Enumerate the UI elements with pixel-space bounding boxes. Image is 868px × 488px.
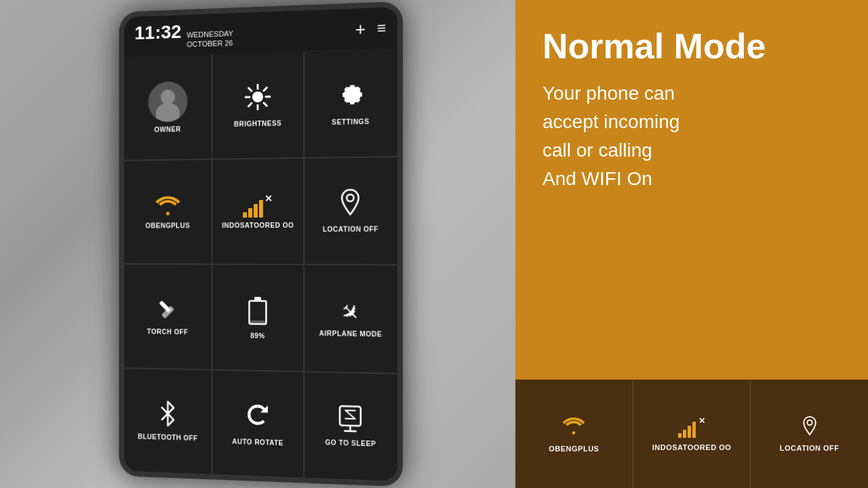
brightness-icon [244, 83, 271, 116]
thumbnail-bar: OBENGPLUS ✕ INDOSATOORED OO [515, 380, 868, 488]
tile-auto-rotate-label: AUTO ROTATE [232, 438, 283, 447]
tile-auto-rotate[interactable]: AUTO ROTATE [213, 370, 303, 477]
date-display: WEDNESDAY OCTOBER 26 [186, 28, 233, 49]
thumb-tile-indosatoored[interactable]: ✕ INDOSATOORED OO [633, 380, 751, 488]
mode-description: Your phone can accept incoming call or c… [542, 79, 841, 193]
info-panel: Normal Mode Your phone can accept incomi… [515, 0, 868, 488]
tile-battery-label: 89% [250, 332, 264, 340]
svg-line-7 [264, 87, 267, 91]
svg-point-18 [807, 420, 812, 425]
tile-owner-label: OWNER [154, 125, 181, 134]
tile-settings-label: SETTINGS [332, 117, 369, 125]
menu-icon[interactable]: ≡ [377, 19, 386, 37]
tile-bluetooth-label: BLUETOOTH OFF [138, 433, 197, 443]
signal-x-icon: ✕ [243, 193, 273, 218]
tile-go-to-sleep-label: GO TO SLEEP [325, 439, 376, 448]
location-icon [340, 188, 361, 222]
tile-brightness-label: BRIGHTNESS [234, 119, 281, 127]
tile-airplane-label: AIRPLANE MODE [319, 329, 382, 338]
phone-area: 11:32 WEDNESDAY OCTOBER 26 + ≡ OWNER [0, 0, 515, 488]
thumb-location-label: LOCATION OFF [780, 444, 840, 452]
tile-location-off[interactable]: LOCATION OFF [304, 157, 397, 264]
tile-torch-off[interactable]: TORCH OFF [124, 264, 212, 369]
sleep-icon [338, 405, 363, 436]
tile-battery[interactable]: 89% [213, 265, 303, 371]
thumb-tile-location-off[interactable]: LOCATION OFF [751, 380, 868, 488]
tile-location-off-label: LOCATION OFF [323, 226, 378, 233]
svg-rect-15 [340, 406, 361, 426]
settings-icon [336, 81, 364, 115]
thumb-indosatoored-label: INDOSATOORED OO [652, 443, 732, 451]
svg-rect-14 [250, 321, 265, 323]
thumb-wifi-icon [561, 415, 586, 439]
add-icon[interactable]: + [355, 18, 366, 40]
tile-obengplus-label: OBENGPLUS [145, 222, 190, 230]
svg-line-5 [249, 87, 252, 91]
thumb-signal-icon: ✕ [678, 416, 705, 438]
svg-line-8 [249, 103, 252, 106]
svg-point-0 [252, 92, 263, 102]
clock-time: 11:32 [134, 21, 181, 44]
tile-indosatoored[interactable]: ✕ INDOSATOORED OO [213, 159, 303, 264]
tile-indosatoored-label: INDOSATOORED OO [222, 222, 294, 229]
bluetooth-icon [159, 401, 176, 430]
status-icons: + ≡ [355, 18, 386, 40]
battery-icon [248, 296, 267, 328]
quick-settings-grid: OWNER [124, 49, 397, 481]
tile-go-to-sleep[interactable]: GO TO SLEEP [304, 372, 397, 481]
svg-line-6 [264, 102, 267, 106]
tile-brightness[interactable]: BRIGHTNESS [213, 52, 303, 158]
auto-rotate-icon [244, 401, 271, 434]
airplane-icon: ✈ [334, 297, 366, 329]
phone-frame: 11:32 WEDNESDAY OCTOBER 26 + ≡ OWNER [119, 1, 403, 487]
phone-screen: 11:32 WEDNESDAY OCTOBER 26 + ≡ OWNER [124, 7, 397, 481]
tile-bluetooth-off[interactable]: BLUETOOTH OFF [124, 368, 212, 474]
thumb-obengplus-label: OBENGPLUS [549, 445, 599, 453]
thumb-location-icon [802, 415, 817, 439]
svg-point-9 [347, 195, 354, 201]
torch-icon [156, 297, 180, 324]
tile-torch-off-label: TORCH OFF [147, 328, 189, 336]
svg-rect-13 [254, 297, 261, 302]
tile-owner[interactable]: OWNER [124, 54, 212, 159]
tile-settings[interactable]: SETTINGS [304, 49, 397, 157]
tile-obengplus[interactable]: OBENGPLUS [124, 159, 212, 263]
mode-title: Normal Mode [542, 27, 841, 66]
tile-airplane-mode[interactable]: ✈ AIRPLANE MODE [304, 265, 397, 372]
wifi-icon [155, 194, 181, 218]
thumb-tile-obengplus[interactable]: OBENGPLUS [515, 380, 633, 488]
owner-avatar [148, 81, 187, 122]
